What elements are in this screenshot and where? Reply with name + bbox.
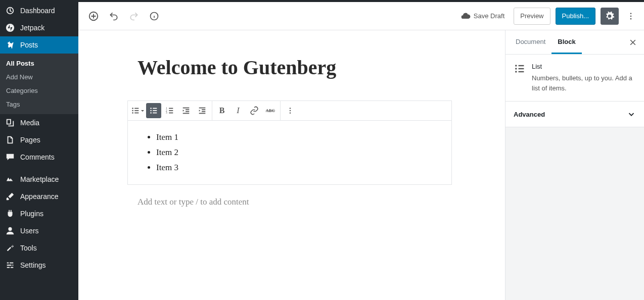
sidebar-item-appearance[interactable]: Appearance	[0, 188, 78, 205]
unordered-list-dropdown[interactable]	[130, 103, 145, 118]
sidebar-item-users[interactable]: Users	[0, 222, 78, 239]
ordered-list-button[interactable]: 123	[162, 103, 177, 118]
sidebar-item-media[interactable]: Media	[0, 114, 78, 131]
svg-rect-8	[134, 108, 139, 109]
outdent-button[interactable]	[178, 103, 194, 118]
post-title[interactable]: Welcome to Gutenberg	[137, 56, 446, 79]
preview-label: Preview	[520, 12, 543, 20]
link-button[interactable]	[247, 103, 262, 118]
strikethrough-button[interactable]: ABC	[263, 103, 278, 118]
svg-point-13	[150, 108, 152, 109]
advanced-panel-toggle[interactable]: Advanced	[505, 102, 644, 127]
svg-point-36	[515, 65, 517, 67]
sidebar-item-jetpack[interactable]: Jetpack	[0, 19, 78, 36]
svg-rect-29	[199, 108, 206, 109]
sliders-icon	[5, 260, 15, 270]
svg-rect-10	[134, 110, 139, 111]
svg-point-9	[132, 110, 133, 112]
pages-icon	[5, 135, 15, 145]
italic-button[interactable]: I	[231, 103, 246, 118]
submenu-all-posts[interactable]: All Posts	[0, 57, 78, 70]
sidebar-item-plugins[interactable]: Plugins	[0, 205, 78, 222]
svg-rect-20	[169, 108, 173, 109]
svg-rect-30	[202, 109, 205, 110]
list-item[interactable]: Item 2	[156, 145, 439, 160]
brush-icon	[5, 191, 15, 202]
block-more-button[interactable]	[283, 103, 298, 118]
sidebar-item-comments[interactable]: Comments	[0, 148, 78, 166]
block-appender[interactable]: Add text or type / to add content	[137, 197, 446, 207]
svg-point-35	[290, 112, 291, 113]
sidebar-item-settings[interactable]: Settings	[0, 257, 78, 274]
publish-button[interactable]: Publish...	[556, 8, 595, 25]
sidebar-item-tools[interactable]: Tools	[0, 239, 78, 257]
admin-sidebar: Dashboard Jetpack Posts All Posts Add Ne…	[0, 2, 78, 300]
sidebar-label: Posts	[20, 41, 38, 49]
submenu-add-new[interactable]: Add New	[0, 70, 78, 84]
svg-rect-31	[202, 111, 205, 112]
advanced-label: Advanced	[514, 111, 545, 118]
svg-point-17	[150, 112, 152, 114]
list-icon	[514, 63, 526, 93]
svg-rect-41	[519, 71, 524, 72]
sidebar-label: Marketplace	[20, 175, 59, 183]
svg-rect-37	[519, 65, 524, 66]
sidebar-label: Tools	[20, 244, 37, 252]
unordered-list-button[interactable]	[146, 103, 161, 118]
undo-button[interactable]	[105, 7, 123, 25]
list-item[interactable]: Item 1	[156, 130, 439, 145]
sidebar-item-marketplace[interactable]: Marketplace	[0, 171, 78, 188]
submenu-tags[interactable]: Tags	[0, 97, 78, 111]
svg-rect-16	[153, 110, 157, 111]
block-description: Numbers, bullets, up to you. Add a list …	[532, 73, 636, 93]
sidebar-label: Settings	[20, 261, 46, 269]
svg-rect-32	[199, 113, 206, 114]
svg-point-38	[515, 68, 517, 70]
preview-button[interactable]: Preview	[514, 8, 550, 25]
svg-point-40	[515, 71, 517, 73]
pin-icon	[5, 40, 15, 50]
info-button[interactable]	[145, 7, 163, 25]
posts-submenu: All Posts Add New Categories Tags	[0, 54, 78, 114]
block-title: List	[532, 63, 636, 70]
redo-button[interactable]	[125, 7, 143, 25]
svg-point-34	[290, 110, 291, 111]
svg-point-1	[8, 227, 12, 231]
svg-rect-22	[169, 110, 173, 111]
svg-point-33	[290, 108, 291, 109]
inspector-close-button[interactable]	[626, 35, 640, 49]
bold-button[interactable]: B	[214, 103, 229, 118]
more-menu-button[interactable]	[624, 7, 638, 25]
svg-text:3: 3	[166, 111, 167, 114]
sidebar-item-pages[interactable]: Pages	[0, 131, 78, 148]
svg-rect-39	[519, 68, 524, 69]
comments-icon	[5, 152, 15, 162]
submenu-categories[interactable]: Categories	[0, 84, 78, 97]
publish-label: Publish...	[562, 12, 589, 20]
tab-document[interactable]: Document	[510, 30, 551, 54]
sidebar-item-posts[interactable]: Posts	[0, 36, 78, 54]
svg-point-5	[630, 15, 632, 17]
svg-point-15	[150, 110, 152, 112]
list-block[interactable]: Item 1Item 2Item 3	[127, 121, 452, 185]
indent-button[interactable]	[195, 103, 210, 118]
wrench-icon	[5, 243, 15, 253]
sidebar-label: Dashboard	[20, 7, 55, 15]
add-block-button[interactable]	[84, 7, 103, 25]
list-item[interactable]: Item 3	[156, 160, 439, 175]
sidebar-label: Pages	[20, 136, 40, 144]
svg-rect-25	[183, 108, 190, 109]
tab-block[interactable]: Block	[551, 30, 581, 54]
svg-point-4	[630, 13, 632, 14]
block-info-panel: List Numbers, bullets, up to you. Add a …	[505, 55, 644, 102]
user-icon	[5, 226, 15, 236]
svg-rect-28	[183, 113, 190, 114]
settings-toggle-button[interactable]	[601, 8, 619, 25]
svg-rect-12	[134, 113, 139, 114]
svg-rect-27	[186, 111, 189, 112]
sidebar-item-dashboard[interactable]: Dashboard	[0, 2, 78, 19]
cloud-icon	[461, 11, 471, 21]
sidebar-label: Users	[20, 227, 39, 235]
svg-rect-24	[169, 113, 173, 114]
save-draft-button[interactable]: Save Draft	[456, 8, 509, 24]
